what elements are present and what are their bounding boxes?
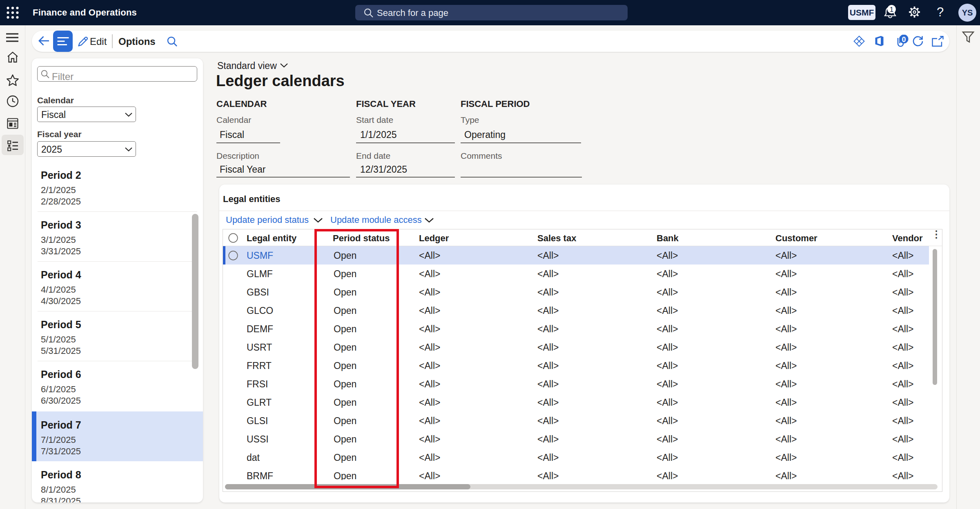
svg-text:1: 1 (890, 6, 893, 13)
svg-text:0: 0 (902, 36, 906, 44)
